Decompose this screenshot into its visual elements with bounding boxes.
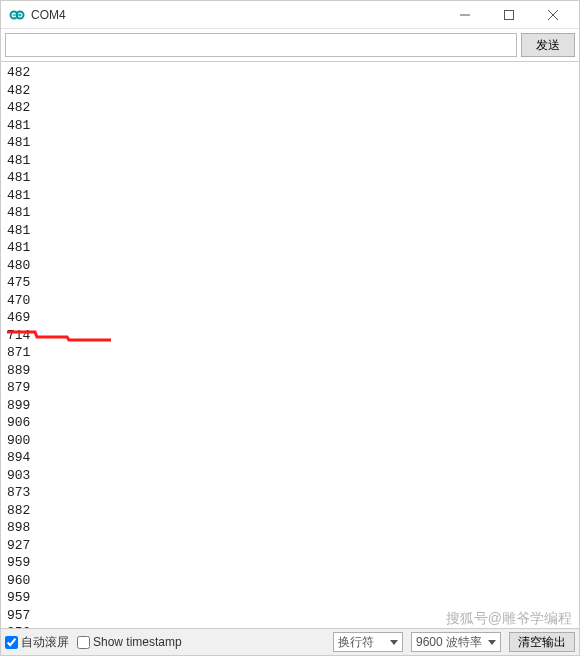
titlebar: COM4 [1, 1, 579, 29]
send-input[interactable] [5, 33, 517, 57]
line-ending-select[interactable]: 换行符 [333, 632, 403, 652]
close-button[interactable] [531, 1, 575, 29]
autoscroll-checkbox[interactable]: 自动滚屏 [5, 634, 69, 651]
timestamp-checkbox[interactable]: Show timestamp [77, 635, 182, 649]
serial-monitor-window: COM4 发送 482 482 482 481 481 481 481 481 … [0, 0, 580, 656]
baud-rate-select[interactable]: 9600 波特率 [411, 632, 501, 652]
timestamp-label: Show timestamp [93, 635, 182, 649]
window-title: COM4 [31, 8, 443, 22]
autoscroll-input[interactable] [5, 636, 18, 649]
status-bar: 自动滚屏 Show timestamp 换行符 9600 波特率 清空输出 [1, 629, 579, 655]
output-wrap: 482 482 482 481 481 481 481 481 481 481 … [1, 62, 579, 629]
clear-output-button[interactable]: 清空输出 [509, 632, 575, 652]
svg-rect-6 [505, 10, 514, 19]
minimize-button[interactable] [443, 1, 487, 29]
timestamp-input[interactable] [77, 636, 90, 649]
send-row: 发送 [1, 29, 579, 62]
autoscroll-label: 自动滚屏 [21, 634, 69, 651]
send-button[interactable]: 发送 [521, 33, 575, 57]
serial-output[interactable]: 482 482 482 481 481 481 481 481 481 481 … [1, 62, 579, 628]
arduino-icon [9, 7, 25, 23]
maximize-button[interactable] [487, 1, 531, 29]
